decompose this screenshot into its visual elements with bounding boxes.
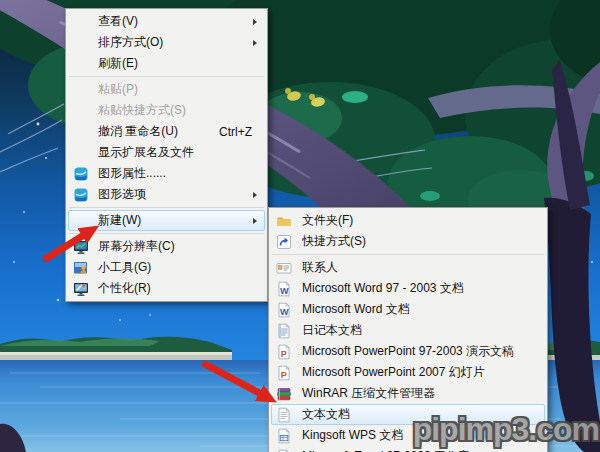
submenu-arrow-icon: [253, 218, 257, 224]
menu-separator: [69, 76, 264, 77]
powerpoint-icon: P: [274, 364, 302, 381]
menu-item-label: 刷新(E): [98, 55, 138, 72]
icon-spacer: [71, 55, 98, 72]
shortcut-label: Ctrl+Z: [219, 125, 262, 139]
icon-spacer: [71, 34, 98, 51]
submenu-arrow-icon: [253, 40, 257, 46]
menu-item-personalize[interactable]: 个性化(R): [68, 278, 265, 299]
menu-item-label: 粘贴快捷方式(S): [98, 102, 186, 119]
menu-item-label: Microsoft Word 文档: [302, 301, 410, 318]
menu-item-new[interactable]: 新建(W): [68, 210, 265, 231]
icon-spacer: [71, 123, 98, 140]
menu-item-contact[interactable]: 联系人: [271, 257, 545, 278]
text-doc-icon: [274, 406, 302, 423]
menu-item-label: Microsoft PowerPoint 97-2003 演示文稿: [302, 343, 514, 360]
menu-item-label: Microsoft Excel 97-2003 工作表: [302, 448, 470, 452]
menu-item-label: 快捷方式(S): [302, 233, 366, 250]
menu-item-label: 查看(V): [98, 13, 138, 30]
svg-text:P: P: [281, 369, 287, 379]
menu-separator: [272, 254, 544, 255]
personalization-icon: [71, 280, 98, 297]
powerpoint-icon: P: [274, 343, 302, 360]
icon-spacer: [71, 102, 98, 119]
menu-item-journal[interactable]: 日记本文档: [271, 320, 545, 341]
submenu-arrow-icon: [253, 192, 257, 198]
menu-item-label: WinRAR 压缩文件管理器: [302, 385, 435, 402]
svg-text:W: W: [280, 306, 289, 316]
menu-item-label: Kingsoft WPS 文档: [302, 427, 403, 444]
menu-item-winrar[interactable]: WinRAR 压缩文件管理器: [271, 383, 545, 404]
menu-item-paste-shortcut[interactable]: 粘贴快捷方式(S): [68, 100, 265, 121]
winrar-icon: [274, 385, 302, 402]
intel-graphics-icon: [71, 165, 98, 182]
menu-item-label: 联系人: [302, 259, 338, 276]
menu-item-paste[interactable]: 粘贴(P): [68, 79, 265, 100]
svg-text:P: P: [281, 348, 287, 358]
menu-item-label: 粘贴(P): [98, 81, 138, 98]
menu-item-label: 图形属性......: [98, 165, 166, 182]
menu-separator: [69, 233, 264, 234]
menu-item-shortcut[interactable]: 快捷方式(S): [271, 231, 545, 252]
contact-icon: [274, 259, 302, 276]
shortcut-icon: [274, 233, 302, 250]
menu-item-label: 显示扩展名及文件: [98, 144, 194, 161]
menu-item-label: 排序方式(O): [98, 34, 163, 51]
menu-item-undo-rename[interactable]: 撤消 重命名(U)Ctrl+Z: [68, 121, 265, 142]
menu-item-label: 图形选项: [98, 186, 146, 203]
menu-item-graphics-properties[interactable]: 图形属性......: [68, 163, 265, 184]
journal-icon: [274, 322, 302, 339]
wps-icon: [274, 427, 302, 444]
menu-item-show-extensions[interactable]: 显示扩展名及文件: [68, 142, 265, 163]
menu-item-label: 新建(W): [98, 212, 141, 229]
menu-item-gadgets[interactable]: 小工具(G): [68, 257, 265, 278]
menu-item-sort-by[interactable]: 排序方式(O): [68, 32, 265, 53]
menu-item-word-97-2003[interactable]: WMicrosoft Word 97 - 2003 文档: [271, 278, 545, 299]
icon-spacer: [71, 13, 98, 30]
icon-spacer: [71, 81, 98, 98]
menu-item-folder[interactable]: 文件夹(F): [271, 210, 545, 231]
word-icon: W: [274, 280, 302, 297]
menu-separator: [69, 207, 264, 208]
watermark: pipimp3.com: [413, 411, 599, 448]
menu-item-powerpoint-2007[interactable]: PMicrosoft PowerPoint 2007 幻灯片: [271, 362, 545, 383]
menu-item-powerpoint-97-2003[interactable]: PMicrosoft PowerPoint 97-2003 演示文稿: [271, 341, 545, 362]
svg-text:W: W: [280, 285, 289, 295]
menu-item-label: 日记本文档: [302, 322, 362, 339]
menu-item-label: 个性化(R): [98, 280, 151, 297]
menu-item-graphics-options[interactable]: 图形选项: [68, 184, 265, 205]
submenu-arrow-icon: [253, 19, 257, 25]
desktop: 查看(V)排序方式(O)刷新(E)粘贴(P)粘贴快捷方式(S)撤消 重命名(U)…: [0, 0, 600, 452]
excel-icon: [274, 448, 302, 452]
menu-item-screen-resolution[interactable]: 屏幕分辨率(C): [68, 236, 265, 257]
menu-item-label: 屏幕分辨率(C): [98, 238, 175, 255]
menu-item-label: 撤消 重命名(U): [98, 123, 178, 140]
display-resolution-icon: [71, 238, 98, 255]
menu-item-label: Microsoft Word 97 - 2003 文档: [302, 280, 464, 297]
menu-item-label: 小工具(G): [98, 259, 151, 276]
gadgets-icon: [71, 259, 98, 276]
menu-item-view[interactable]: 查看(V): [68, 11, 265, 32]
menu-item-word[interactable]: WMicrosoft Word 文档: [271, 299, 545, 320]
menu-item-refresh[interactable]: 刷新(E): [68, 53, 265, 74]
folder-icon: [274, 212, 302, 229]
icon-spacer: [71, 212, 98, 229]
menu-item-label: Microsoft PowerPoint 2007 幻灯片: [302, 364, 485, 381]
intel-graphics-icon: [71, 186, 98, 203]
menu-item-label: 文本文档: [302, 406, 350, 423]
word-icon: W: [274, 301, 302, 318]
icon-spacer: [71, 144, 98, 161]
menu-item-label: 文件夹(F): [302, 212, 353, 229]
context-menu: 查看(V)排序方式(O)刷新(E)粘贴(P)粘贴快捷方式(S)撤消 重命名(U)…: [65, 8, 268, 302]
